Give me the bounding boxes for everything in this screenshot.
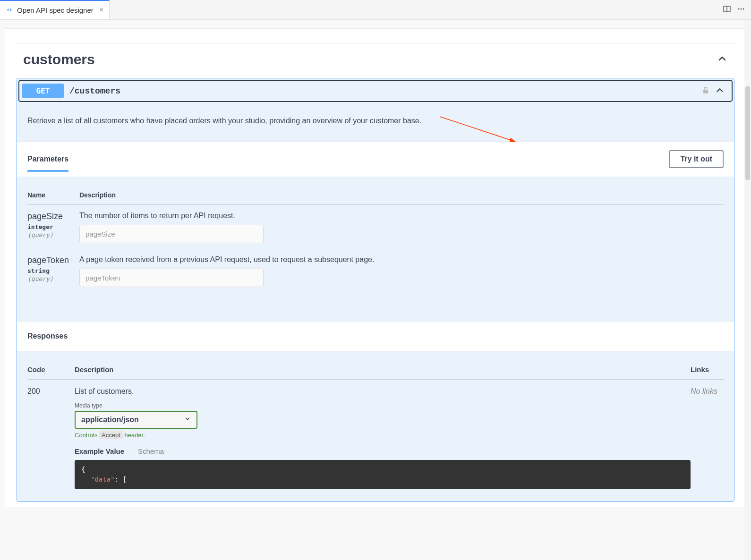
parameters-table-header: Name Description xyxy=(27,186,724,205)
close-icon[interactable]: × xyxy=(99,6,103,14)
column-header-links: Links xyxy=(691,365,724,373)
tab-example-value[interactable]: Example Value xyxy=(75,447,124,455)
tab-parameters[interactable]: Parameters xyxy=(27,155,68,172)
param-description: The number of items to return per API re… xyxy=(79,212,724,220)
tab-title: Open API spec designer xyxy=(17,6,94,14)
svg-rect-5 xyxy=(703,90,708,93)
parameters-section-bar: Parameters Try it out xyxy=(17,141,734,177)
svg-point-3 xyxy=(741,8,742,10)
svg-point-4 xyxy=(743,8,744,10)
operation-path: /customers xyxy=(69,86,701,96)
responses-section-title: Responses xyxy=(17,321,734,351)
param-in: (query) xyxy=(27,275,79,282)
param-type: string xyxy=(27,267,79,274)
editor-tab-bar: Open API spec designer × xyxy=(0,0,751,20)
chevron-up-icon[interactable] xyxy=(715,85,725,97)
table-row: pageSize integer (query) The number of i… xyxy=(27,205,724,249)
example-tabs: Example Value Schema xyxy=(75,447,691,455)
scrollbar-track[interactable] xyxy=(744,20,751,508)
try-it-out-button[interactable]: Try it out xyxy=(669,150,724,168)
response-description: List of customers. xyxy=(75,387,691,396)
scrollbar-thumb[interactable] xyxy=(745,86,750,180)
accept-badge: Accept xyxy=(99,431,123,439)
more-actions-icon[interactable] xyxy=(737,5,745,15)
column-header-description: Description xyxy=(79,191,116,199)
response-code: 200 xyxy=(27,387,75,396)
page-token-input[interactable] xyxy=(79,269,264,287)
responses-table: Code Description Links 200 List of custo… xyxy=(17,351,734,501)
svg-point-2 xyxy=(738,8,740,10)
column-header-description: Description xyxy=(75,365,691,373)
open-api-icon xyxy=(6,6,13,14)
responses-table-header: Code Description Links xyxy=(27,360,724,380)
parameters-table: Name Description pageSize integer (query… xyxy=(17,177,734,321)
param-type: integer xyxy=(27,223,79,230)
chevron-down-icon xyxy=(184,416,191,424)
tab-schema[interactable]: Schema xyxy=(131,447,164,455)
column-header-name: Name xyxy=(27,191,79,199)
split-editor-icon[interactable] xyxy=(723,5,731,15)
group-header[interactable]: customers xyxy=(5,44,746,78)
lock-icon[interactable] xyxy=(701,86,710,96)
operation-summary[interactable]: GET /customers xyxy=(18,80,733,102)
media-type-value: application/json xyxy=(81,416,139,424)
param-name: pageToken xyxy=(27,255,79,265)
param-description: A page token received from a previous AP… xyxy=(79,255,724,264)
controls-accept-hint: Controls Accept header. xyxy=(75,432,691,439)
media-type-select[interactable]: application/json xyxy=(75,411,197,429)
example-code-block[interactable]: { "data": [ xyxy=(75,460,691,489)
tab-bar-actions xyxy=(723,0,745,20)
page-size-input[interactable] xyxy=(79,225,264,243)
media-type-label: Media type xyxy=(75,402,691,409)
response-links: No links xyxy=(691,387,724,396)
param-name: pageSize xyxy=(27,212,79,221)
tab-open-api-spec-designer[interactable]: Open API spec designer × xyxy=(0,0,110,19)
table-row: 200 List of customers. Media type applic… xyxy=(27,380,724,493)
column-header-code: Code xyxy=(27,365,75,373)
api-doc-card: customers GET /customers Retrieve a list… xyxy=(5,28,746,508)
method-badge: GET xyxy=(22,84,64,98)
param-in: (query) xyxy=(27,231,79,238)
table-row: pageToken string (query) A page token re… xyxy=(27,249,724,293)
operation-block-get-customers: GET /customers Retrieve a list of all cu… xyxy=(17,78,734,502)
chevron-up-icon[interactable] xyxy=(717,53,728,66)
operation-description: Retrieve a list of all customers who hav… xyxy=(17,103,734,141)
group-title: customers xyxy=(23,51,95,68)
